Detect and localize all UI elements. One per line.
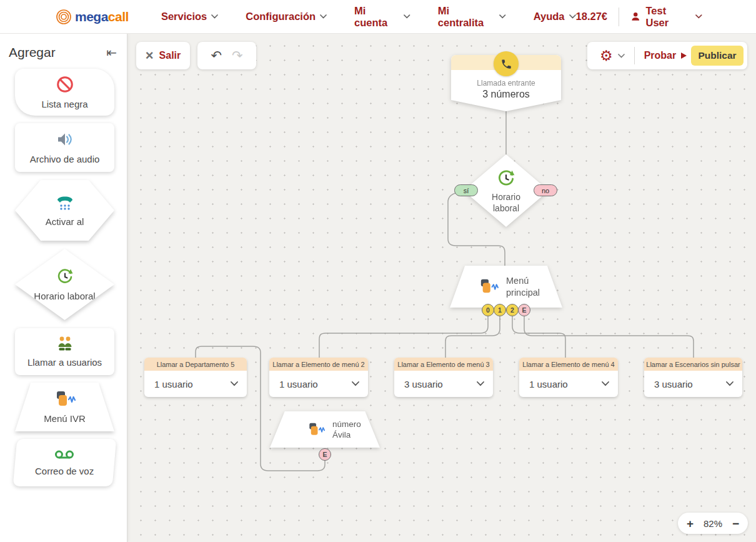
divider (634, 47, 635, 64)
schedule-yes-port[interactable]: sí (454, 184, 478, 196)
top-navbar: megacall Servicios Configuración Mi cuen… (0, 0, 756, 34)
activate-call-icon (56, 193, 74, 212)
flow-connectors (127, 34, 756, 542)
add-elements-sidebar: Agregar ⇤ Lista negra Archivo de audio (0, 34, 127, 542)
flow-editor-canvas[interactable]: × Salir ↶ ↷ ⚙ Probar Publicar Llamada en… (127, 34, 756, 542)
work-schedule-icon (56, 268, 74, 286)
chevron-down-icon (569, 14, 576, 19)
nav-item-configuracion[interactable]: Configuración (246, 11, 327, 23)
node-llamar-escenarios-sin-pulsar[interactable]: Llamar a Escenarios sin pulsar 3 usuario (644, 358, 742, 397)
chevron-down-icon (211, 14, 218, 19)
call-node-title: Llamar a Elemento de menú 2 (269, 358, 368, 371)
phone-icon (500, 58, 512, 70)
menu-port-error[interactable]: E (518, 304, 530, 316)
divider (619, 8, 619, 26)
connector-badge1-to-node3 (445, 316, 500, 358)
account-balance[interactable]: 18.27€ (576, 11, 607, 23)
chevron-down-icon (695, 14, 702, 19)
chevron-down-icon (352, 381, 359, 386)
undo-redo-group: ↶ ↷ (197, 42, 256, 69)
zoom-in-button[interactable]: + (687, 518, 694, 529)
sidebar-header: Agregar ⇤ (0, 34, 127, 60)
node-llamar-elemento-menu-4[interactable]: Llamar a Elemento de menú 4 1 usuario (519, 358, 618, 397)
node-llamar-departamento-5[interactable]: Llamar a Departamento 5 1 usuario (144, 358, 247, 397)
chevron-down-icon (602, 381, 609, 386)
ivr-menu-icon (54, 390, 76, 409)
work-schedule-icon (496, 169, 516, 189)
nav-item-ayuda[interactable]: Ayuda (534, 11, 576, 23)
user-icon (630, 11, 641, 22)
main-menu: Servicios Configuración Mi cuenta Mi cen… (161, 5, 576, 29)
ivr-menu-icon (307, 422, 325, 438)
call-node-select[interactable]: 3 usuario (394, 371, 493, 397)
node-menu-principal[interactable]: Menú principal (450, 266, 562, 308)
sidebar-item-llamar-a-usuarios[interactable]: Llamar a usuarios (15, 328, 114, 375)
logo-text: megacall (75, 9, 129, 24)
connector-badgeE-to-node5 (524, 316, 694, 358)
avila-node-label: número Ávila (332, 419, 361, 440)
navbar-right: 18.27€ Test User (576, 5, 756, 29)
megacall-logo[interactable]: megacall (55, 8, 129, 26)
sidebar-item-menu-ivr[interactable]: Menú IVR (15, 383, 114, 431)
nav-item-mi-cuenta[interactable]: Mi cuenta (354, 5, 410, 29)
node-llamar-elemento-menu-2[interactable]: Llamar a Elemento de menú 2 1 usuario (269, 358, 368, 397)
play-icon (681, 53, 687, 59)
publish-toolbar: ⚙ Probar Publicar (587, 42, 747, 69)
call-node-title: Llamar a Elemento de menú 3 (394, 358, 493, 371)
incoming-node-value: 3 números (451, 89, 561, 100)
collapse-sidebar-icon[interactable]: ⇤ (106, 46, 117, 59)
redo-icon[interactable]: ↷ (232, 48, 243, 63)
incoming-call-port[interactable] (494, 51, 519, 76)
call-node-select[interactable]: 1 usuario (519, 371, 618, 397)
sidebar-title: Agregar (9, 45, 56, 60)
chevron-down-icon (499, 14, 505, 19)
avila-port-error[interactable]: E (319, 448, 331, 461)
zoom-out-button[interactable]: − (732, 518, 739, 529)
exit-button[interactable]: × Salir (136, 42, 190, 69)
user-menu[interactable]: Test User (630, 5, 702, 29)
connector-badge0-to-node2 (319, 316, 488, 358)
chevron-down-icon (404, 14, 410, 19)
call-node-title: Llamar a Escenarios sin pulsar (644, 358, 742, 371)
sidebar-item-horario-laboral[interactable]: Horario laboral (15, 249, 114, 320)
call-users-icon (55, 336, 75, 352)
close-icon: × (146, 49, 154, 63)
test-scenario-button[interactable]: Probar (644, 50, 687, 61)
schedule-node-label: Horario laboral (492, 191, 520, 214)
call-node-title: Llamar a Elemento de menú 4 (519, 358, 618, 371)
chevron-down-icon[interactable] (618, 54, 625, 58)
nav-item-servicios[interactable]: Servicios (161, 11, 218, 23)
gear-icon[interactable]: ⚙ (600, 49, 613, 63)
nav-item-mi-centralita[interactable]: Mi centralita (438, 5, 506, 29)
menu-port-1[interactable]: 1 (494, 304, 506, 316)
publish-button[interactable]: Publicar (691, 46, 744, 66)
chevron-down-icon (320, 14, 327, 19)
call-node-select[interactable]: 1 usuario (269, 371, 368, 397)
zoom-level: 82% (704, 518, 722, 529)
ivr-menu-icon (479, 278, 499, 296)
undo-icon[interactable]: ↶ (211, 48, 222, 63)
node-numero-avila[interactable]: número Ávila (270, 411, 380, 448)
sidebar-item-archivo-de-audio[interactable]: Archivo de audio (15, 123, 114, 172)
connector-badge2-to-node4 (512, 316, 565, 358)
chevron-down-icon (231, 381, 238, 386)
call-node-select[interactable]: 1 usuario (144, 371, 247, 397)
zoom-control: + 82% − (678, 513, 748, 534)
menu-node-label: Menú principal (506, 275, 540, 299)
node-llamar-elemento-menu-3[interactable]: Llamar a Elemento de menú 3 3 usuario (394, 358, 493, 397)
schedule-no-port[interactable]: no (534, 184, 557, 196)
menu-port-2[interactable]: 2 (506, 304, 519, 316)
incoming-node-title: Llamada entrante (451, 79, 561, 88)
call-node-select[interactable]: 3 usuario (644, 371, 742, 397)
sidebar-item-correo-de-voz[interactable]: Correo de voz (13, 439, 117, 486)
audio-file-icon (56, 130, 74, 149)
sidebar-item-lista-negra[interactable]: Lista negra (15, 69, 114, 116)
call-node-title: Llamar a Departamento 5 (144, 358, 247, 371)
logo-swirl-icon (55, 8, 72, 26)
blacklist-icon (56, 75, 74, 94)
chevron-down-icon (726, 381, 734, 386)
menu-port-0[interactable]: 0 (482, 304, 494, 316)
voicemail-icon (55, 449, 75, 461)
chevron-down-icon (477, 381, 484, 386)
sidebar-item-activar-al[interactable]: Activar al (15, 180, 114, 241)
